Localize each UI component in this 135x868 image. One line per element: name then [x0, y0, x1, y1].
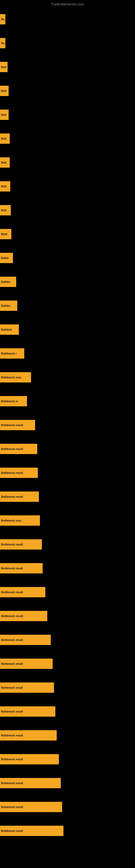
bar-row: Bottleneck result	[0, 819, 135, 843]
bar-row: Bottleneck result	[0, 771, 135, 795]
bar-35: Bottleneck result	[0, 826, 63, 836]
bar-row: Bott	[0, 55, 135, 79]
bar-label-11: Bottle	[1, 257, 9, 259]
bar-21: Bottleneck result	[0, 492, 39, 502]
bar-22: Bottleneck resu	[0, 516, 40, 526]
bar-label-14: Bottlenk	[1, 328, 12, 331]
bar-row: Bottleneck result	[0, 556, 135, 580]
bar-15: Bottleneck r	[0, 348, 24, 359]
bar-20: Bottleneck result	[0, 468, 38, 478]
bar-13: Bottlen	[0, 301, 17, 311]
bar-33: Bottleneck result	[0, 778, 61, 788]
bar-label-34: Bottleneck result	[1, 806, 23, 809]
bar-label-20: Bottleneck result	[1, 471, 23, 474]
bar-row: Bottleneck result	[0, 604, 135, 628]
bar-label-24: Bottleneck result	[1, 567, 23, 570]
bar-row: Bott	[0, 175, 135, 198]
bar-label-27: Bottleneck result	[1, 639, 23, 642]
bar-label-33: Bottleneck result	[1, 782, 23, 785]
bar-row: Bottlen	[0, 294, 135, 318]
bar-label-5: Bott	[1, 113, 6, 116]
bar-label-1: Bo	[1, 18, 5, 21]
bar-label-18: Bottleneck result	[1, 424, 23, 427]
bar-label-29: Bottleneck result	[1, 686, 23, 689]
bar-1: Bo	[0, 14, 5, 24]
bar-2: Bo	[0, 38, 5, 48]
bar-row: Bott	[0, 79, 135, 103]
bar-row: Bottleneck re	[0, 389, 135, 413]
bar-label-3: Bott	[1, 66, 6, 69]
bar-34: Bottleneck result	[0, 802, 62, 812]
bar-row: Bottleneck result	[0, 461, 135, 485]
bar-label-8: Bott	[1, 185, 6, 188]
bar-25: Bottleneck result	[0, 587, 45, 597]
bar-label-4: Bott	[1, 90, 6, 93]
bar-29: Bottleneck result	[0, 682, 54, 693]
bar-label-12: Bottlen	[1, 280, 10, 283]
bar-row: Bottleneck result	[0, 652, 135, 676]
bar-row: Bottlenk	[0, 318, 135, 341]
bar-row: Bott	[0, 151, 135, 175]
site-title: TheBottlenecker.com	[0, 0, 135, 7]
bar-row: Bottl	[0, 222, 135, 246]
bar-row: Bottleneck result	[0, 628, 135, 652]
bar-7: Bott	[0, 157, 10, 167]
bar-11: Bottle	[0, 253, 13, 263]
bar-label-32: Bottleneck result	[1, 758, 23, 761]
bar-row: Bottleneck r	[0, 341, 135, 365]
bar-row: Bottleneck result	[0, 413, 135, 437]
bar-row: Bottleneck resu	[0, 508, 135, 532]
bar-3: Bott	[0, 62, 8, 72]
bar-30: Bottleneck result	[0, 706, 55, 717]
bar-10: Bottl	[0, 229, 11, 239]
bar-row: Bottleneck resu	[0, 365, 135, 389]
bar-row: Bottleneck result	[0, 437, 135, 461]
bar-label-17: Bottleneck re	[1, 400, 18, 403]
bar-label-28: Bottleneck result	[1, 662, 23, 665]
bar-label-15: Bottleneck r	[1, 352, 17, 355]
bar-label-26: Bottleneck result	[1, 615, 23, 618]
bar-row: Bottleneck result	[0, 485, 135, 508]
bar-26: Bottleneck result	[0, 611, 47, 621]
bar-label-9: Bott	[1, 209, 6, 212]
bar-row: Bo	[0, 7, 135, 31]
bar-32: Bottleneck result	[0, 754, 59, 764]
bar-label-31: Bottleneck result	[1, 734, 23, 737]
bar-16: Bottleneck resu	[0, 372, 31, 382]
bar-31: Bottleneck result	[0, 730, 57, 741]
bar-row: Bottleneck result	[0, 580, 135, 604]
bar-row: Bottleneck result	[0, 723, 135, 747]
bar-18: Bottleneck result	[0, 420, 35, 430]
bar-27: Bottleneck result	[0, 635, 51, 645]
bar-label-10: Bottl	[1, 233, 7, 236]
bar-row: Bottleneck result	[0, 795, 135, 819]
bar-label-25: Bottleneck result	[1, 591, 23, 594]
bar-23: Bottleneck result	[0, 539, 42, 550]
bar-label-21: Bottleneck result	[1, 495, 23, 498]
bar-label-13: Bottlen	[1, 304, 10, 307]
bar-label-16: Bottleneck resu	[1, 376, 21, 379]
bar-5: Bott	[0, 110, 9, 120]
bar-row: Bottle	[0, 246, 135, 270]
bar-label-35: Bottleneck result	[1, 830, 23, 833]
bar-row: Bott	[0, 127, 135, 151]
bar-label-6: Bott	[1, 137, 6, 140]
bar-label-23: Bottleneck result	[1, 543, 23, 546]
bar-8: Bott	[0, 181, 10, 191]
bar-row: Bottleneck result	[0, 747, 135, 771]
bar-label-7: Bott	[1, 161, 6, 164]
bar-4: Bott	[0, 86, 9, 96]
bar-19: Bottleneck result	[0, 444, 37, 454]
bar-17: Bottleneck re	[0, 396, 27, 406]
bar-label-22: Bottleneck resu	[1, 519, 21, 522]
bar-28: Bottleneck result	[0, 659, 53, 669]
bar-label-30: Bottleneck result	[1, 710, 23, 713]
bars-container: BoBoBottBottBottBottBottBottBottBottlBot…	[0, 7, 135, 843]
bar-row: Bottleneck result	[0, 700, 135, 723]
bar-14: Bottlenk	[0, 324, 19, 335]
bar-12: Bottlen	[0, 277, 16, 287]
bar-label-19: Bottleneck result	[1, 447, 23, 451]
bar-9: Bott	[0, 205, 11, 215]
bar-6: Bott	[0, 133, 10, 144]
bar-row: Bottleneck result	[0, 676, 135, 700]
